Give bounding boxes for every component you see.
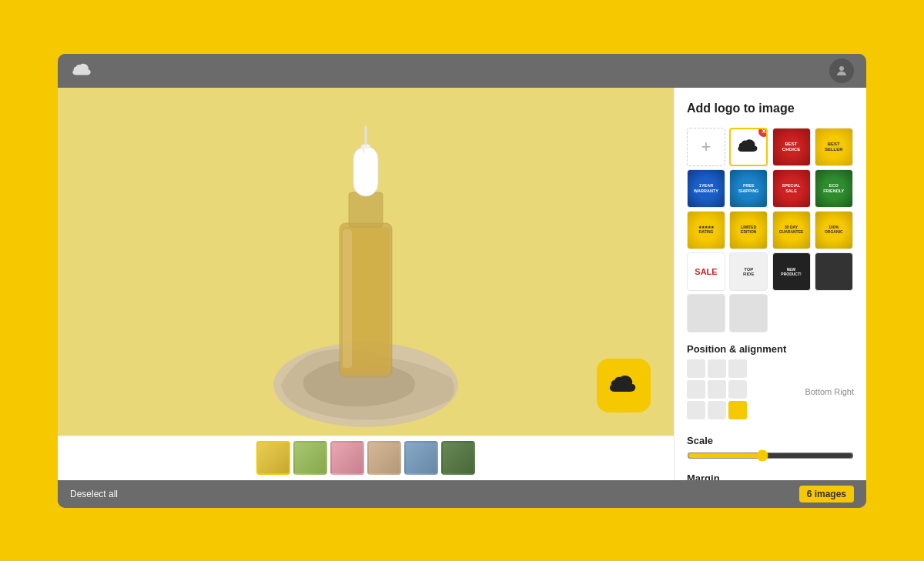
position-label: Position & alignment	[687, 343, 854, 355]
logo-best-choice[interactable]: BESTCHOICE	[772, 128, 811, 166]
right-panel: Add logo to image + × BESTCHOICE	[674, 88, 866, 480]
main-image-area	[58, 88, 674, 436]
scale-slider[interactable]	[687, 449, 854, 462]
svg-rect-6	[353, 146, 378, 196]
logo-extra-2[interactable]	[729, 294, 768, 332]
logo-100-organic[interactable]: 100%ORGANIC	[815, 211, 853, 249]
logo-warranty[interactable]: 1YEARWARRANTY	[687, 169, 725, 208]
margin-section: Margin	[687, 473, 854, 480]
thumbnail-2[interactable]	[293, 441, 327, 475]
logo-extra-1[interactable]	[687, 294, 725, 332]
thumbnail-4[interactable]	[367, 441, 401, 475]
pos-top-left[interactable]	[687, 359, 705, 378]
pos-mid-right[interactable]	[728, 380, 747, 399]
image-panel	[58, 88, 674, 480]
logo-plain-dark[interactable]	[815, 252, 853, 291]
thumbnail-6[interactable]	[441, 441, 475, 475]
thumbnail-strip	[58, 436, 674, 480]
deselect-button[interactable]: Deselect all	[70, 489, 118, 499]
logo-eco-friendly[interactable]: ECOFRIENDLY	[815, 169, 853, 208]
panel-title: Add logo to image	[687, 102, 854, 115]
position-section: Position & alignment Bottom Right	[687, 343, 854, 424]
serum-bottle-svg	[266, 88, 466, 436]
logo-new-product[interactable]: NEWPRODUCT!	[772, 252, 811, 291]
scale-label: Scale	[687, 435, 854, 446]
window-bar	[58, 54, 866, 88]
pos-bot-left[interactable]	[687, 401, 705, 419]
margin-label: Margin	[687, 473, 854, 480]
pos-top-center[interactable]	[708, 359, 726, 378]
logo-30-day[interactable]: 30 DAYGUARANTEE	[772, 211, 811, 249]
pos-mid-left[interactable]	[687, 380, 705, 399]
window-content: Add logo to image + × BESTCHOICE	[58, 88, 866, 480]
add-logo-button[interactable]: +	[687, 128, 725, 166]
position-row: Bottom Right	[687, 359, 854, 424]
logo-cloud[interactable]: ×	[729, 128, 768, 166]
logo-best-seller[interactable]: BESTSELLER	[815, 128, 853, 166]
logo-top-ride[interactable]: TOPRIDE	[729, 252, 768, 291]
logo-five-star[interactable]: ★★★★★RATING	[687, 211, 725, 249]
main-window: Add logo to image + × BESTCHOICE	[58, 54, 866, 508]
svg-rect-5	[349, 192, 383, 227]
pos-mid-center[interactable]	[708, 380, 726, 399]
svg-rect-4	[343, 229, 352, 368]
remove-badge[interactable]: ×	[758, 128, 768, 137]
thumbnail-3[interactable]	[330, 441, 364, 475]
logo-overlay	[597, 359, 651, 412]
logo-special-sale[interactable]: SPECIALSALE	[772, 169, 811, 208]
logo-limited-edition[interactable]: LIMITEDEDITION	[729, 211, 768, 249]
logo-grid: + × BESTCHOICE BESTSELLER	[687, 128, 854, 332]
bottom-bar: Deselect all 6 images	[58, 480, 866, 508]
position-grid	[687, 359, 747, 419]
product-image	[58, 88, 674, 436]
logo-free-shipping[interactable]: FREESHIPPING	[729, 169, 768, 208]
position-text: Bottom Right	[755, 387, 854, 396]
thumbnail-5[interactable]	[404, 441, 438, 475]
pos-top-right[interactable]	[728, 359, 747, 378]
app-logo	[70, 58, 95, 83]
pos-bot-right[interactable]	[728, 401, 747, 419]
logo-sale-text[interactable]: SALE	[687, 252, 725, 291]
pos-bot-center[interactable]	[708, 401, 726, 419]
images-count: 6 images	[799, 486, 854, 503]
user-avatar[interactable]	[829, 58, 854, 83]
thumbnail-1[interactable]	[256, 441, 290, 475]
svg-point-0	[839, 66, 844, 71]
scale-section: Scale	[687, 435, 854, 462]
